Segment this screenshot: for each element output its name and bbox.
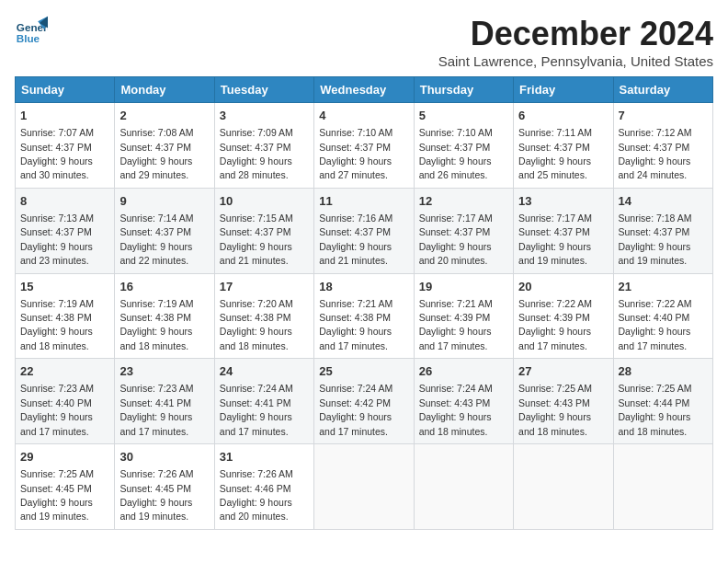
calendar-cell: 11 Sunrise: 7:16 AM Sunset: 4:37 PM Dayl…	[314, 188, 414, 273]
location-subtitle: Saint Lawrence, Pennsylvania, United Sta…	[438, 53, 713, 69]
calendar-cell: 2 Sunrise: 7:08 AM Sunset: 4:37 PM Dayli…	[115, 103, 214, 189]
calendar-cell: 1 Sunrise: 7:07 AM Sunset: 4:37 PM Dayli…	[16, 103, 115, 189]
day-number: 23	[119, 363, 209, 380]
day-number: 12	[419, 193, 508, 210]
weekday-header-friday: Friday	[514, 77, 613, 103]
day-number: 5	[419, 108, 508, 124]
weekday-header-tuesday: Tuesday	[214, 77, 313, 103]
day-number: 22	[20, 363, 109, 380]
day-number: 18	[319, 279, 408, 295]
day-info: Sunrise: 7:13 AM Sunset: 4:37 PM Dayligh…	[20, 213, 94, 266]
title-area: December 2024 Saint Lawrence, Pennsylvan…	[438, 15, 713, 69]
day-info: Sunrise: 7:09 AM Sunset: 4:37 PM Dayligh…	[220, 127, 293, 180]
calendar-cell: 3 Sunrise: 7:09 AM Sunset: 4:37 PM Dayli…	[214, 103, 313, 189]
day-number: 20	[518, 279, 608, 295]
calendar-cell	[514, 444, 613, 530]
calendar-week-3: 15 Sunrise: 7:19 AM Sunset: 4:38 PM Dayl…	[16, 273, 713, 359]
weekday-header-wednesday: Wednesday	[314, 77, 414, 103]
calendar-cell: 8 Sunrise: 7:13 AM Sunset: 4:37 PM Dayli…	[16, 188, 115, 273]
weekday-header-sunday: Sunday	[16, 77, 115, 103]
day-info: Sunrise: 7:25 AM Sunset: 4:45 PM Dayligh…	[20, 468, 94, 522]
day-info: Sunrise: 7:19 AM Sunset: 4:38 PM Dayligh…	[119, 298, 193, 351]
day-number: 27	[518, 363, 608, 380]
day-number: 16	[119, 279, 209, 295]
calendar-cell: 18 Sunrise: 7:21 AM Sunset: 4:38 PM Dayl…	[314, 273, 414, 359]
calendar-cell: 6 Sunrise: 7:11 AM Sunset: 4:37 PM Dayli…	[514, 103, 613, 189]
calendar-cell: 31 Sunrise: 7:26 AM Sunset: 4:46 PM Dayl…	[214, 444, 313, 530]
calendar-week-1: 1 Sunrise: 7:07 AM Sunset: 4:37 PM Dayli…	[16, 103, 713, 189]
weekday-header-thursday: Thursday	[414, 77, 513, 103]
calendar-cell: 20 Sunrise: 7:22 AM Sunset: 4:39 PM Dayl…	[514, 273, 613, 359]
day-info: Sunrise: 7:20 AM Sunset: 4:38 PM Dayligh…	[220, 298, 293, 351]
day-info: Sunrise: 7:24 AM Sunset: 4:43 PM Dayligh…	[419, 383, 493, 436]
calendar-week-5: 29 Sunrise: 7:25 AM Sunset: 4:45 PM Dayl…	[16, 444, 713, 530]
calendar-cell: 29 Sunrise: 7:25 AM Sunset: 4:45 PM Dayl…	[16, 444, 115, 530]
calendar-cell: 16 Sunrise: 7:19 AM Sunset: 4:38 PM Dayl…	[115, 273, 214, 359]
day-info: Sunrise: 7:18 AM Sunset: 4:37 PM Dayligh…	[619, 213, 692, 266]
day-info: Sunrise: 7:25 AM Sunset: 4:43 PM Dayligh…	[518, 383, 592, 436]
day-number: 4	[319, 108, 408, 124]
page-header: General Blue December 2024 Saint Lawrenc…	[15, 15, 713, 69]
day-number: 28	[619, 363, 708, 380]
calendar-cell: 25 Sunrise: 7:24 AM Sunset: 4:42 PM Dayl…	[314, 359, 414, 444]
calendar-cell: 24 Sunrise: 7:24 AM Sunset: 4:41 PM Dayl…	[214, 359, 313, 444]
day-info: Sunrise: 7:17 AM Sunset: 4:37 PM Dayligh…	[518, 213, 592, 266]
calendar-cell	[314, 444, 414, 530]
calendar-header-row: SundayMondayTuesdayWednesdayThursdayFrid…	[16, 77, 713, 103]
day-info: Sunrise: 7:08 AM Sunset: 4:37 PM Dayligh…	[119, 127, 193, 180]
calendar-cell: 22 Sunrise: 7:23 AM Sunset: 4:40 PM Dayl…	[16, 359, 115, 444]
day-number: 8	[20, 193, 109, 210]
calendar-cell: 9 Sunrise: 7:14 AM Sunset: 4:37 PM Dayli…	[115, 188, 214, 273]
calendar-cell: 27 Sunrise: 7:25 AM Sunset: 4:43 PM Dayl…	[514, 359, 613, 444]
day-number: 21	[619, 279, 708, 295]
calendar-cell	[613, 444, 712, 530]
day-number: 6	[518, 108, 608, 124]
weekday-header-saturday: Saturday	[613, 77, 712, 103]
day-info: Sunrise: 7:11 AM Sunset: 4:37 PM Dayligh…	[518, 127, 592, 180]
day-info: Sunrise: 7:15 AM Sunset: 4:37 PM Dayligh…	[220, 213, 293, 266]
calendar-cell: 13 Sunrise: 7:17 AM Sunset: 4:37 PM Dayl…	[514, 188, 613, 273]
day-info: Sunrise: 7:22 AM Sunset: 4:39 PM Dayligh…	[518, 298, 592, 351]
weekday-header-monday: Monday	[115, 77, 214, 103]
day-number: 14	[619, 193, 708, 210]
day-info: Sunrise: 7:24 AM Sunset: 4:41 PM Dayligh…	[220, 383, 293, 436]
calendar-cell: 7 Sunrise: 7:12 AM Sunset: 4:37 PM Dayli…	[613, 103, 712, 189]
day-info: Sunrise: 7:22 AM Sunset: 4:40 PM Dayligh…	[619, 298, 692, 351]
day-number: 19	[419, 279, 508, 295]
day-number: 11	[319, 193, 408, 210]
day-number: 31	[220, 449, 309, 465]
logo: General Blue	[15, 15, 48, 48]
day-info: Sunrise: 7:10 AM Sunset: 4:37 PM Dayligh…	[419, 127, 493, 180]
day-info: Sunrise: 7:21 AM Sunset: 4:38 PM Dayligh…	[319, 298, 392, 351]
day-number: 26	[419, 363, 508, 380]
day-number: 24	[220, 363, 309, 380]
calendar-cell: 21 Sunrise: 7:22 AM Sunset: 4:40 PM Dayl…	[613, 273, 712, 359]
day-number: 9	[119, 193, 209, 210]
calendar-body: 1 Sunrise: 7:07 AM Sunset: 4:37 PM Dayli…	[16, 103, 713, 530]
calendar-cell: 17 Sunrise: 7:20 AM Sunset: 4:38 PM Dayl…	[214, 273, 313, 359]
calendar-week-2: 8 Sunrise: 7:13 AM Sunset: 4:37 PM Dayli…	[16, 188, 713, 273]
calendar-cell: 15 Sunrise: 7:19 AM Sunset: 4:38 PM Dayl…	[16, 273, 115, 359]
day-info: Sunrise: 7:07 AM Sunset: 4:37 PM Dayligh…	[20, 127, 94, 180]
calendar-cell	[414, 444, 513, 530]
calendar-table: SundayMondayTuesdayWednesdayThursdayFrid…	[15, 76, 713, 530]
day-number: 30	[119, 449, 209, 465]
day-info: Sunrise: 7:26 AM Sunset: 4:45 PM Dayligh…	[119, 468, 193, 522]
logo-icon: General Blue	[15, 15, 48, 48]
day-info: Sunrise: 7:21 AM Sunset: 4:39 PM Dayligh…	[419, 298, 493, 351]
calendar-cell: 12 Sunrise: 7:17 AM Sunset: 4:37 PM Dayl…	[414, 188, 513, 273]
calendar-cell: 19 Sunrise: 7:21 AM Sunset: 4:39 PM Dayl…	[414, 273, 513, 359]
day-info: Sunrise: 7:17 AM Sunset: 4:37 PM Dayligh…	[419, 213, 493, 266]
day-info: Sunrise: 7:14 AM Sunset: 4:37 PM Dayligh…	[119, 213, 193, 266]
day-number: 15	[20, 279, 109, 295]
calendar-cell: 26 Sunrise: 7:24 AM Sunset: 4:43 PM Dayl…	[414, 359, 513, 444]
day-info: Sunrise: 7:23 AM Sunset: 4:41 PM Dayligh…	[119, 383, 193, 436]
day-number: 13	[518, 193, 608, 210]
day-info: Sunrise: 7:16 AM Sunset: 4:37 PM Dayligh…	[319, 213, 392, 266]
day-number: 17	[220, 279, 309, 295]
day-number: 2	[119, 108, 209, 124]
day-number: 29	[20, 449, 109, 465]
day-number: 7	[619, 108, 708, 124]
day-number: 10	[220, 193, 309, 210]
calendar-cell: 28 Sunrise: 7:25 AM Sunset: 4:44 PM Dayl…	[613, 359, 712, 444]
